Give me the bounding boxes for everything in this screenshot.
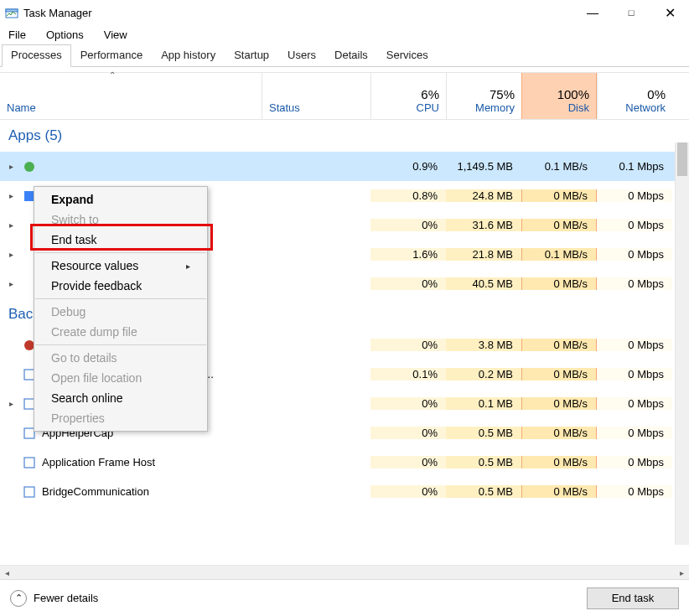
menubar: File Options View — [0, 25, 689, 44]
minimize-button[interactable]: — — [573, 0, 612, 25]
chevron-up-icon: ⌃ — [10, 590, 27, 607]
col-network[interactable]: 0%Network — [597, 73, 672, 119]
col-disk[interactable]: 100%Disk — [521, 73, 597, 119]
footer: ⌃ Fewer details End task — [0, 579, 689, 616]
mem-value: 1,149.5 MB — [446, 160, 521, 173]
task-manager-icon — [5, 6, 18, 19]
scroll-right-icon[interactable]: ▸ — [676, 568, 687, 577]
group-apps[interactable]: Apps (5) — [0, 120, 689, 152]
menu-options[interactable]: Options — [41, 27, 89, 43]
scrollbar-thumb[interactable] — [677, 142, 687, 176]
ctx-expand[interactable]: Expand — [34, 189, 207, 210]
col-name[interactable]: Name — [0, 73, 262, 119]
horizontal-scrollbar[interactable]: ◂ ▸ — [0, 565, 689, 579]
sort-indicator-icon: ⌃ — [109, 70, 116, 80]
ctx-resource-values[interactable]: Resource values▸ — [34, 256, 207, 276]
menu-view[interactable]: View — [99, 27, 132, 43]
close-button[interactable]: ✕ — [650, 0, 689, 25]
group-background-label: Bac — [8, 306, 33, 323]
process-row[interactable]: BridgeCommunication 0% 0.5 MB 0 MB/s 0 M… — [0, 477, 689, 506]
ctx-go-to-details: Go to details — [34, 348, 207, 368]
menu-file[interactable]: File — [3, 27, 31, 43]
column-headers: ⌃ Name Status 6%CPU 75%Memory 100%Disk 0… — [0, 73, 689, 120]
tab-details[interactable]: Details — [325, 44, 377, 67]
end-task-button[interactable]: End task — [587, 588, 679, 609]
process-name: BridgeCommunication — [42, 485, 149, 498]
vertical-scrollbar[interactable] — [675, 142, 689, 545]
maximize-button[interactable]: □ — [612, 0, 650, 25]
tab-app-history[interactable]: App history — [152, 44, 225, 67]
tab-performance[interactable]: Performance — [71, 44, 152, 67]
fewer-details-toggle[interactable]: ⌃ Fewer details — [10, 590, 98, 607]
tab-processes[interactable]: Processes — [2, 44, 71, 67]
ctx-end-task[interactable]: End task — [34, 230, 207, 250]
group-apps-label: Apps (5) — [8, 127, 62, 144]
ctx-provide-feedback[interactable]: Provide feedback — [34, 276, 207, 296]
separator — [35, 252, 206, 253]
chevron-right-icon[interactable]: ▸ — [5, 220, 17, 230]
ctx-properties: Properties — [34, 408, 207, 428]
ctx-search-online[interactable]: Search online — [34, 388, 207, 408]
chevron-right-icon[interactable]: ▸ — [5, 162, 17, 171]
chevron-right-icon: ▸ — [186, 261, 190, 271]
process-row[interactable]: ▸ 0.9% 1,149.5 MB 0.1 MB/s 0.1 Mbps — [0, 152, 689, 181]
scroll-left-icon[interactable]: ◂ — [2, 568, 13, 577]
svg-point-2 — [24, 162, 34, 172]
chevron-right-icon[interactable]: ▸ — [5, 399, 17, 408]
net-value: 0.1 Mbps — [597, 160, 672, 173]
svg-rect-1 — [6, 9, 18, 12]
chevron-right-icon[interactable]: ▸ — [5, 279, 17, 288]
tabs: Processes Performance App history Startu… — [0, 44, 689, 67]
app-icon — [22, 455, 37, 470]
svg-rect-9 — [24, 487, 34, 497]
separator — [35, 298, 206, 299]
process-row[interactable]: Application Frame Host 0% 0.5 MB 0 MB/s … — [0, 448, 689, 477]
window-title: Task Manager — [23, 7, 573, 19]
tab-services[interactable]: Services — [377, 44, 438, 67]
tab-startup[interactable]: Startup — [225, 44, 278, 67]
app-icon — [22, 159, 37, 174]
chevron-right-icon[interactable]: ▸ — [5, 250, 17, 259]
ctx-create-dump: Create dump file — [34, 322, 207, 342]
context-menu: Expand Switch to End task Resource value… — [34, 186, 208, 432]
chevron-right-icon[interactable]: ▸ — [5, 191, 17, 200]
process-name: Application Frame Host — [42, 456, 155, 468]
separator — [35, 344, 206, 345]
svg-rect-8 — [24, 458, 34, 468]
ctx-debug: Debug — [34, 302, 207, 322]
col-cpu[interactable]: 6%CPU — [370, 73, 446, 119]
col-memory[interactable]: 75%Memory — [446, 73, 521, 119]
ctx-switch-to: Switch to — [34, 210, 207, 230]
disk-value: 0.1 MB/s — [521, 160, 597, 173]
app-icon — [22, 484, 37, 500]
cpu-value: 0.9% — [370, 160, 446, 173]
ctx-open-file-loc: Open file location — [34, 368, 207, 388]
titlebar: Task Manager — □ ✕ — [0, 0, 689, 25]
col-status[interactable]: Status — [262, 73, 370, 119]
tab-users[interactable]: Users — [278, 44, 325, 67]
fewer-details-label: Fewer details — [34, 592, 98, 604]
